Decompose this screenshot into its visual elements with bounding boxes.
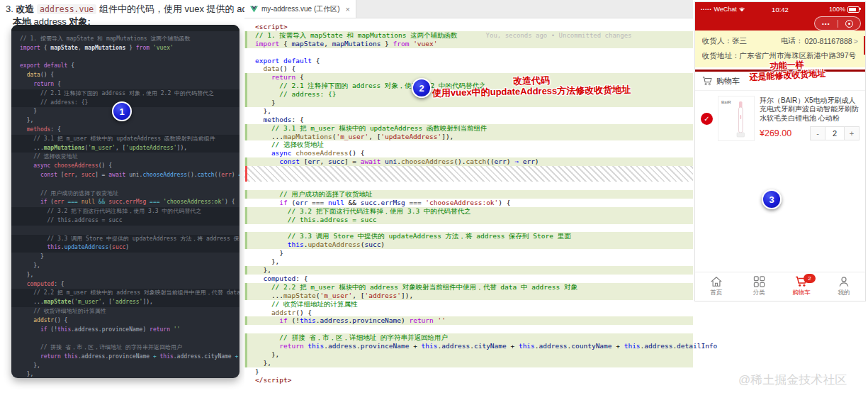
code-line: computed: { (244, 275, 693, 283)
code-line: return this.address.provinceName + this.… (20, 353, 239, 362)
editor-tab-strip: my-address.vue (工作区) × (244, 0, 693, 18)
code-line: methods: { (20, 126, 239, 135)
code-line: // 3.2 把下面这行代码注释掉，使用 3.3 中的代码替代之 (244, 207, 693, 216)
qty-minus-button[interactable]: - (811, 127, 825, 140)
product-price: ¥269.00 (760, 128, 791, 138)
code-line: </script> (244, 376, 693, 384)
code-line (244, 48, 693, 57)
code-line: if (err === null && succ.errMsg === 'cho… (20, 198, 239, 207)
code-line: } (20, 253, 239, 262)
phone-status-bar: ••••• WeChat 10:42 100% (695, 2, 865, 16)
phone-nav-bar: ••• (695, 16, 865, 31)
code-line (244, 182, 693, 190)
code-line: import { mapState, mapMutations } from '… (244, 40, 693, 48)
code-line: import { mapState, mapMutations } from '… (20, 44, 239, 53)
header-number: 3. (6, 4, 16, 14)
cart-empty-space (695, 147, 865, 272)
dark-editor-code: // 1. 按需导入 mapState 和 mapMutations 这两个辅助… (11, 31, 239, 378)
code-line: // 拼接 省，市，区，详细地址 的字符串并返回给用户 (244, 333, 693, 342)
code-line: // 收货详细地址的计算属性 (20, 307, 239, 316)
cart-badge: 2 (804, 274, 816, 283)
grid-icon (753, 276, 765, 287)
qty-value: 2 (825, 127, 845, 140)
dark-editor-screenshot: // 1. 按需导入 mapState 和 mapMutations 这两个辅助… (11, 25, 239, 378)
phone-preview: ••••• WeChat 10:42 100% ••• 收货人： 张三 电话： … (694, 1, 866, 301)
checked-icon[interactable]: ✓ (701, 113, 713, 125)
chevron-right-icon[interactable]: > (854, 37, 858, 45)
more-icon[interactable]: ••• (815, 21, 838, 27)
code-line: }, (244, 266, 693, 275)
tab-category[interactable]: 分类 (738, 272, 780, 301)
code-line: }, (20, 370, 239, 378)
miniprogram-capsule[interactable]: ••• (814, 16, 861, 31)
code-line: methods: { (244, 116, 693, 124)
tab-my-address-vue[interactable]: my-address.vue (工作区) × (244, 0, 356, 18)
inline-code-chip: address.vue (37, 4, 96, 14)
code-line (244, 224, 693, 233)
phone-label: 电话： (781, 36, 804, 46)
code-line: } (244, 367, 693, 376)
code-line: // 3.2 把下面这行代码注释掉，使用 3.3 中的代码替代之 (11, 207, 239, 216)
cart-icon (702, 77, 712, 86)
code-line: ...mapState('m_user', ['address']), (11, 298, 239, 307)
code-line: data() { (20, 71, 239, 80)
code-line: addstr() { (20, 316, 239, 326)
receiver-name: 张三 (732, 36, 747, 46)
battery-percent: 100% (829, 6, 845, 13)
code-line: // this.address = succ (11, 216, 239, 226)
phone-number: 020-81167888 (805, 37, 852, 45)
code-line: // 2.2 把 m_user 模块中的 address 对象映射当前组件中使用… (244, 283, 693, 292)
code-line: // 选择收货地址 (20, 153, 239, 162)
code-line: // 用户成功的选择了收货地址 (244, 190, 693, 199)
cart-product-row[interactable]: ✓ BaiR 拜尔（BAIR）X5电动牙刷成人充电式牙刷声波自动智能牙刷防水软毛… (695, 91, 865, 147)
code-line: const [err, succ] = await uni.chooseAddr… (20, 171, 239, 180)
step-badge-2: 2 (412, 78, 432, 98)
code-line: <script> (244, 23, 693, 31)
quantity-stepper[interactable]: - 2 + (810, 126, 859, 140)
code-line: if (!this.address.provinceName) return '… (244, 316, 693, 325)
code-line: }, (244, 350, 693, 359)
code-line: async chooseAddress() { (20, 162, 239, 171)
code-line: }, (244, 258, 693, 266)
tab-cart[interactable]: 2 购物车 (780, 272, 823, 301)
tab-profile[interactable]: 我的 (823, 272, 865, 301)
code-line: // 1. 按需导入 mapState 和 mapMutations 这两个辅助… (244, 31, 693, 40)
tab-close-icon[interactable]: × (346, 5, 350, 13)
code-line (20, 180, 239, 189)
code-line: // 3.3 调用 Store 中提供的 updateAddress 方法，将 … (244, 232, 693, 240)
tab-home[interactable]: 首页 (695, 272, 738, 301)
code-line (244, 325, 693, 333)
receiver-label: 收货人： (702, 36, 732, 46)
code-line: // 2.1 注释掉下面的 address 对象，使用 2.2 中的代码替代之 (11, 89, 239, 99)
code-line: } (244, 99, 693, 107)
code-line: }, (20, 362, 239, 371)
vue-file-icon (250, 6, 258, 13)
code-line: async chooseAddress() { (244, 149, 693, 157)
code-line: if (err === null && succ.errMsg === 'cho… (244, 199, 693, 207)
close-capsule-icon[interactable] (838, 20, 861, 28)
code-line: // this.address = succ (244, 216, 693, 224)
code-line: addstr() { (244, 309, 693, 317)
step-badge-1: 1 (112, 101, 132, 121)
code-line: }, (244, 107, 693, 116)
phone-tab-bar: 首页 分类 2 购物车 我的 (695, 272, 865, 301)
code-line (244, 166, 693, 182)
user-icon (838, 276, 850, 287)
code-line: export default { (20, 62, 239, 71)
code-line: // 拼接 省，市，区，详细地址 的字符串并返回给用户 (20, 343, 239, 353)
code-line: return this.address.provinceName + this.… (244, 342, 693, 350)
code-line: } (244, 249, 693, 258)
step-badge-3: 3 (762, 189, 782, 209)
code-line: // 选择收货地址 (244, 140, 693, 149)
code-line: if (!this.address.provinceName) return '… (20, 326, 239, 335)
code-line: // 1. 按需导入 mapState 和 mapMutations 这两个辅助… (20, 35, 239, 44)
qty-plus-button[interactable]: + (845, 127, 859, 140)
home-icon (710, 276, 723, 287)
code-line: this.updateAddress(succ) (11, 243, 239, 253)
code-line (20, 334, 239, 343)
code-line (20, 226, 239, 235)
code-line: return { (20, 80, 239, 89)
brand-text: BaiR (721, 100, 731, 104)
dark-editor-titlebar (11, 25, 239, 31)
code-line: const [err, succ] = await uni.chooseAddr… (244, 157, 693, 166)
